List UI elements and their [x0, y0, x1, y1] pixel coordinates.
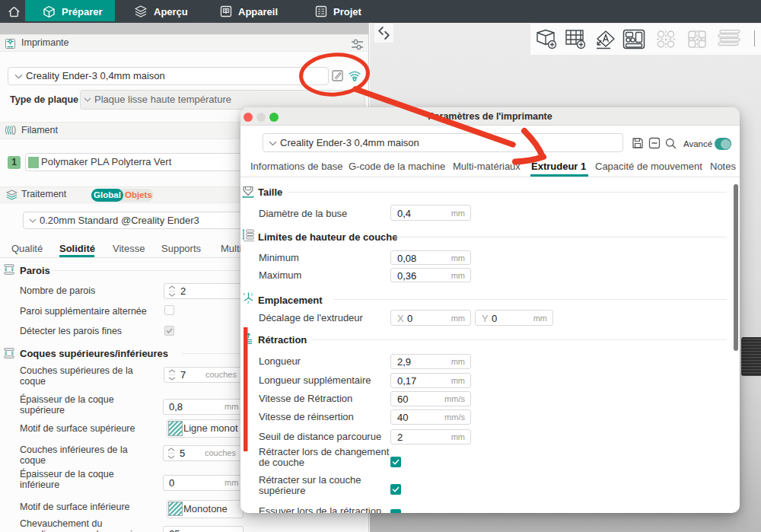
svg-text:z: z	[247, 300, 250, 304]
svg-text:y: y	[251, 291, 253, 296]
svg-text:x: x	[244, 291, 246, 296]
